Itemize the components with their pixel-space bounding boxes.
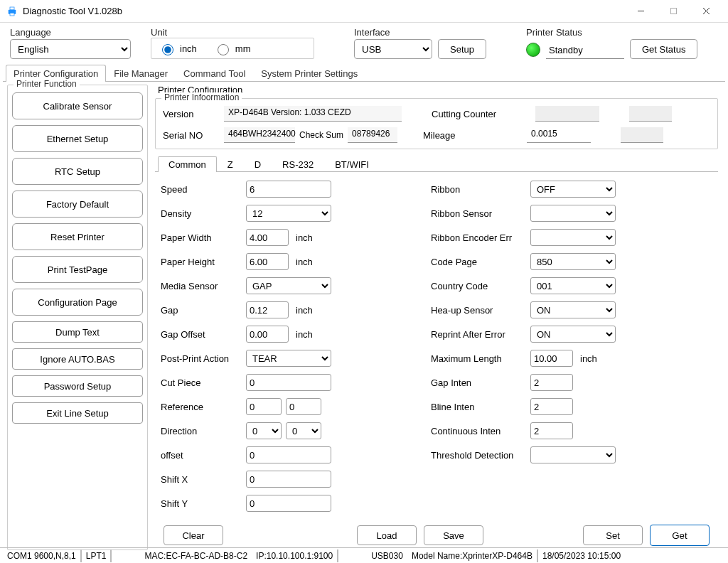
ribbon-encoder-err-label: Ribbon Encoder Err [431,232,530,243]
checksum-label: Check Sum [299,130,343,140]
subtab-d[interactable]: D [244,156,272,172]
heaup-sensor-select[interactable]: ON [530,301,616,318]
media-sensor-label: Media Sensor [161,281,246,291]
direction1-select[interactable]: 0 [246,422,282,439]
bline-inten-label: Bline Inten [431,402,530,412]
post-print-action-label: Post-Print Action [161,353,246,364]
status-lpt: LPT1 [82,549,112,562]
reprint-after-error-select[interactable]: ON [530,326,616,343]
offset-input[interactable] [246,446,331,463]
shift-x-input[interactable] [246,471,331,488]
ribbon-label: Ribbon [431,184,530,195]
save-button[interactable]: Save [424,525,483,545]
clear-button[interactable]: Clear [164,525,223,545]
shift-y-label: Shift Y [161,498,246,509]
code-page-label: Code Page [431,257,530,267]
tab-system-printer-settings[interactable]: System Printer Settings [253,65,365,82]
mileage-field2 [621,127,663,143]
ribbon-sensor-select[interactable] [530,205,616,222]
serial-label: Serial NO [163,130,220,141]
setup-button[interactable]: Setup [438,39,486,59]
cutting-counter-field [535,106,599,122]
dump-text-button[interactable]: Dump Text [12,321,143,343]
subtab-z[interactable]: Z [217,156,244,172]
status-field: Standby [546,43,624,59]
load-button[interactable]: Load [357,525,417,545]
post-print-action-select[interactable]: TEAR [246,350,331,367]
unit-inch-radio[interactable]: inch [159,42,197,55]
gap-input[interactable] [246,301,289,318]
threshold-detection-label: Threshold Detection [431,450,530,461]
subtab-rs232[interactable]: RS-232 [272,156,324,172]
close-button[interactable] [690,1,722,22]
window-title: Diagnostic Tool V1.028b [23,6,624,16]
reference-label: Reference [161,402,246,412]
reference-x-input[interactable] [246,398,282,415]
language-label: Language [10,27,145,38]
configuration-page-button[interactable]: Configuration Page [12,289,143,316]
cutting-counter-label: Cutting Counter [432,109,531,119]
gap-inten-input[interactable] [530,374,573,391]
printer-function-label: Printer Function [14,79,80,89]
threshold-detection-select[interactable] [530,446,616,463]
maximize-button[interactable] [657,1,690,22]
continuous-inten-input[interactable] [530,422,573,439]
gap-offset-input[interactable] [246,326,289,343]
interface-select[interactable]: USB [354,39,432,59]
ethernet-setup-button[interactable]: Ethernet Setup [12,125,143,152]
get-button[interactable]: Get [650,525,710,546]
language-select[interactable]: English [10,39,131,59]
maximum-length-input[interactable] [530,350,573,367]
direction2-select[interactable]: 0 [286,422,321,439]
reset-printer-button[interactable]: Reset Printer [12,223,143,250]
ribbon-encoder-err-select[interactable] [530,229,616,246]
status-model: Model Name:XprinterXP-D464B [407,549,538,562]
title-bar: Diagnostic Tool V1.028b [0,0,728,23]
ribbon-sensor-label: Ribbon Sensor [431,208,530,219]
gap-inten-label: Gap Inten [431,377,530,388]
unit-label: Unit [151,27,321,38]
checksum-field: 08789426 [348,127,397,143]
ribbon-select[interactable]: OFF [530,181,616,198]
paper-width-input[interactable] [246,229,289,246]
printer-info-panel: Printer Infoormation Version XP-D464B Ve… [155,98,718,149]
tab-command-tool[interactable]: Command Tool [176,65,253,82]
reprint-after-error-label: Reprint After Error [431,329,530,340]
print-testpage-button[interactable]: Print TestPage [12,256,143,283]
ignore-autobas-button[interactable]: Ignore AUTO.BAS [12,348,143,370]
country-code-select[interactable]: 001 [530,277,616,294]
printer-icon [6,5,18,18]
unit-mm-radio[interactable]: mm [214,42,251,55]
calibrate-sensor-button[interactable]: Calibrate Sensor [12,92,143,119]
set-button[interactable]: Set [583,525,643,545]
tab-file-manager[interactable]: File Manager [106,65,176,82]
shift-y-input[interactable] [246,495,331,512]
cut-piece-input[interactable] [246,374,331,391]
status-datetime: 18/05/2023 10:15:00 [538,549,625,562]
paper-height-input[interactable] [246,253,289,270]
printer-config-label: Printer Configuration [158,85,721,95]
minimize-button[interactable] [624,1,657,22]
factory-default-button[interactable]: Factory Default [12,191,143,218]
printer-function-panel: Printer Function Calibrate Sensor Ethern… [7,85,148,550]
svg-rect-2 [10,13,14,16]
subtab-common[interactable]: Common [158,156,217,172]
status-bar: COM1 9600,N,8,1 LPT1 MAC:EC-FA-BC-AD-B8-… [0,547,728,563]
reference-y-input[interactable] [286,398,321,415]
subtab-btwifi[interactable]: BT/WIFI [324,156,380,172]
media-sensor-select[interactable]: GAP [246,277,331,294]
rtc-setup-button[interactable]: RTC Setup [12,158,143,185]
speed-input[interactable] [246,181,331,198]
density-select[interactable]: 12 [246,205,331,222]
get-status-button[interactable]: Get Status [630,39,697,59]
password-setup-button[interactable]: Password Setup [12,375,143,397]
paper-width-label: Paper Width [161,232,246,243]
gap-offset-label: Gap Offset [161,329,246,340]
shift-x-label: Shift X [161,474,246,485]
version-field: XP-D464B Version: 1.033 CEZD [224,106,402,122]
status-usb: USB030 [367,549,407,562]
status-ip: IP:10.10.100.1:9100 [252,549,338,562]
exit-line-setup-button[interactable]: Exit Line Setup [12,402,143,424]
bline-inten-input[interactable] [530,398,573,415]
code-page-select[interactable]: 850 [530,253,616,270]
